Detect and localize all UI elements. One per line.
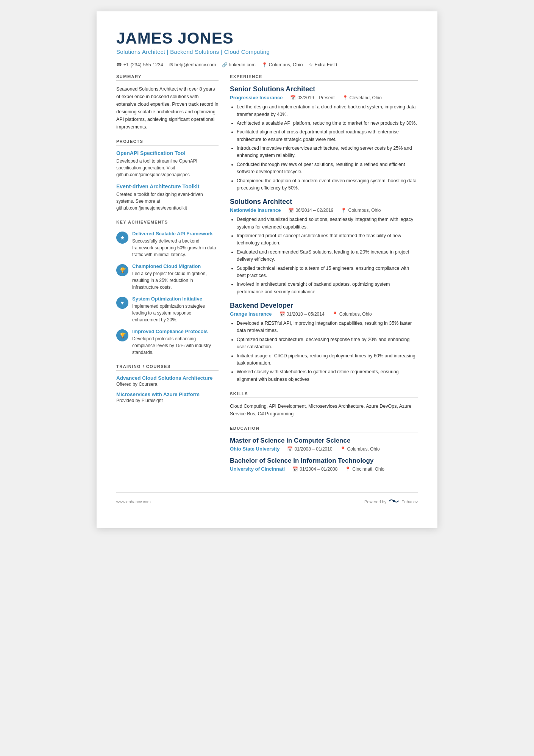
edu-degree-0: Master of Science in Computer Science: [230, 437, 418, 445]
exp-dates-0: 📅 03/2019 – Present: [290, 95, 334, 100]
achievement-content-2: System Optimization Initiative Implement…: [132, 296, 219, 323]
edu-pin-icon-0: 📍: [340, 446, 346, 452]
exp-meta-0: Progressive Insurance 📅 03/2019 – Presen…: [230, 95, 418, 100]
candidate-title: Solutions Architect | Backend Solutions …: [116, 49, 418, 55]
calendar-icon-0: 📅: [290, 95, 296, 100]
edu-school-1: University of Cincinnati: [230, 466, 285, 472]
calendar-icon-1: 📅: [288, 208, 294, 213]
achievement-icon-1: 🏆: [116, 264, 128, 276]
bullet-1-1: Implemented proof-of-concept architectur…: [237, 232, 418, 247]
footer-url: www.enhancv.com: [116, 499, 151, 504]
bullet-0-5: Championed the adoption of a modern even…: [237, 177, 418, 192]
achievement-item-0: ★ Delivered Scalable API Framework Succe…: [116, 231, 219, 258]
svg-point-0: [393, 500, 395, 502]
projects-list: OpenAPI Specification Tool Developed a t…: [116, 150, 219, 211]
achievement-content-0: Delivered Scalable API Framework Success…: [132, 231, 219, 258]
training-title-0: Advanced Cloud Solutions Architecture: [116, 375, 219, 381]
achievement-desc-3: Developed protocols enhancing compliance…: [132, 335, 219, 356]
achievement-title-1: Championed Cloud Migration: [132, 263, 219, 269]
achievement-title-0: Delivered Scalable API Framework: [132, 231, 219, 236]
exp-bullets-1: Designed and visualized backend solution…: [230, 216, 418, 296]
bullet-2-2: Initiated usage of CI/CD pipelines, redu…: [237, 352, 418, 367]
exp-item-1: Solutions Architect Nationwide Insurance…: [230, 198, 418, 296]
main-layout: SUMMARY Seasoned Solutions Architect wit…: [116, 74, 418, 477]
bullet-0-2: Facilitated alignment of cross-departmen…: [237, 128, 418, 143]
exp-location-0: 📍 Cleveland, Ohio: [342, 95, 382, 100]
exp-company-1: Nationwide Insurance: [230, 207, 281, 213]
exp-meta-2: Grange Insurance 📅 01/2010 – 05/2014 📍 C…: [230, 311, 418, 317]
achievements-list: ★ Delivered Scalable API Framework Succe…: [116, 231, 219, 356]
edu-item-0: Master of Science in Computer Science Oh…: [230, 437, 418, 452]
achievement-desc-2: Implemented optimization strategies lead…: [132, 303, 219, 323]
achievement-content-1: Championed Cloud Migration Led a key pro…: [132, 263, 219, 291]
edu-school-0: Ohio State University: [230, 446, 279, 452]
email-value: help@enhancv.com: [175, 62, 216, 67]
location-value: Columbus, Ohio: [269, 62, 303, 67]
project-title-0: OpenAPI Specification Tool: [116, 150, 219, 156]
edu-location-0: 📍 Columbus, Ohio: [340, 446, 380, 452]
summary-label: SUMMARY: [116, 74, 219, 81]
edu-dates-1: 📅 01/2004 – 01/2008: [292, 466, 337, 472]
edu-calendar-icon-1: 📅: [292, 466, 298, 472]
edu-dates-0: 📅 01/2008 – 01/2010: [287, 446, 332, 452]
location-icon: 📍: [262, 62, 267, 67]
extra-value: Extra Field: [314, 62, 337, 67]
bullet-1-2: Evaluated and recommended SaaS solutions…: [237, 249, 418, 263]
enhancv-logo-icon: [389, 498, 399, 506]
exp-dates-1: 📅 06/2014 – 02/2019: [288, 208, 333, 213]
exp-company-2: Grange Insurance: [230, 311, 272, 317]
pin-icon-1: 📍: [341, 208, 347, 213]
bullet-0-3: Introduced innovative microservices arch…: [237, 145, 418, 160]
resume-page: JAMES JONES Solutions Architect | Backen…: [97, 11, 437, 528]
phone-value: +1-(234)-555-1234: [123, 62, 163, 67]
phone-contact: ☎ +1-(234)-555-1234: [116, 62, 163, 67]
summary-text: Seasoned Solutions Architect with over 8…: [116, 85, 219, 131]
training-title-1: Microservices with Azure Platform: [116, 391, 219, 397]
email-contact: ✉ help@enhancv.com: [169, 62, 216, 67]
exp-item-2: Backend Developer Grange Insurance 📅 01/…: [230, 302, 418, 383]
exp-bullets-2: Developed a RESTful API, improving integ…: [230, 320, 418, 383]
edu-location-1: 📍 Cincinnati, Ohio: [345, 466, 384, 472]
exp-company-0: Progressive Insurance: [230, 95, 283, 100]
bullet-0-1: Architected a scalable API platform, red…: [237, 120, 418, 127]
edu-item-1: Bachelor of Science in Information Techn…: [230, 457, 418, 472]
bullet-1-4: Involved in architectural oversight of b…: [237, 281, 418, 296]
achievement-icon-2: ♥: [116, 297, 128, 309]
edu-meta-1: University of Cincinnati 📅 01/2004 – 01/…: [230, 466, 418, 472]
bullet-0-0: Led the design and implementation of a c…: [237, 103, 418, 118]
brand-name: Enhancv: [401, 499, 418, 504]
skills-label: SKILLS: [230, 391, 418, 398]
bullet-0-4: Conducted thorough reviews of peer solut…: [237, 161, 418, 176]
exp-dates-2: 📅 01/2010 – 05/2014: [279, 311, 325, 317]
extra-contact: ☆ Extra Field: [309, 62, 337, 67]
linkedin-contact[interactable]: 🔗 linkedin.com: [222, 62, 255, 67]
bullet-2-0: Developed a RESTful API, improving integ…: [237, 320, 418, 335]
header-section: JAMES JONES Solutions Architect | Backen…: [116, 30, 418, 67]
calendar-icon-2: 📅: [279, 311, 285, 317]
edu-pin-icon-1: 📍: [345, 466, 351, 472]
star-outline-icon: ☆: [309, 62, 313, 67]
candidate-name: JAMES JONES: [116, 30, 418, 47]
achievement-item-1: 🏆 Championed Cloud Migration Led a key p…: [116, 263, 219, 291]
education-label: EDUCATION: [230, 426, 418, 432]
skills-text: Cloud Computing, API Development, Micros…: [230, 402, 418, 418]
pin-icon-0: 📍: [342, 95, 348, 100]
training-list: Advanced Cloud Solutions Architecture Of…: [116, 375, 219, 403]
training-item-1: Microservices with Azure Platform Provid…: [116, 391, 219, 403]
right-column: EXPERIENCE Senior Solutions Architect Pr…: [230, 74, 418, 477]
phone-icon: ☎: [116, 62, 122, 67]
training-provider-1: Provided by Pluralsight: [116, 398, 219, 403]
email-icon: ✉: [169, 62, 173, 67]
linkedin-value: linkedin.com: [229, 62, 255, 67]
training-provider-0: Offered by Coursera: [116, 382, 219, 387]
exp-job-title-1: Solutions Architect: [230, 198, 418, 206]
edu-meta-0: Ohio State University 📅 01/2008 – 01/201…: [230, 446, 418, 452]
exp-location-1: 📍 Columbus, Ohio: [341, 208, 381, 213]
achievements-label: KEY ACHIEVEMENTS: [116, 220, 219, 226]
footer-brand: Powered by Enhancv: [364, 498, 418, 506]
link-icon: 🔗: [222, 62, 228, 67]
exp-location-2: 📍 Columbus, Ohio: [332, 311, 372, 317]
experience-label: EXPERIENCE: [230, 74, 418, 81]
project-desc-1: Created a toolkit for designing event-dr…: [116, 191, 219, 211]
bullet-2-3: Worked closely with stakeholders to gath…: [237, 368, 418, 383]
